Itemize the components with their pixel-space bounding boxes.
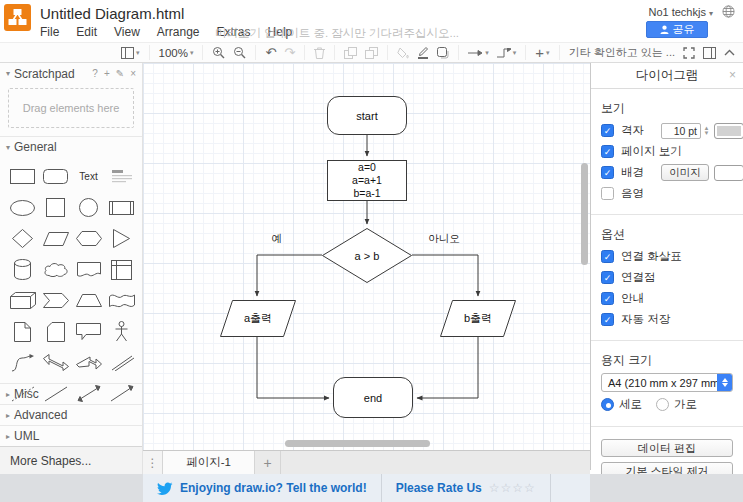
shape-rectangle[interactable] — [6, 161, 39, 192]
edge-outputa-to-end[interactable] — [257, 337, 329, 398]
shape-diamond[interactable] — [6, 223, 39, 254]
line-color-button[interactable] — [417, 46, 429, 59]
format-panel-toggle-icon[interactable] — [703, 47, 716, 59]
advanced-section-header[interactable]: ▸ Advanced — [0, 404, 142, 425]
close-panel-icon[interactable]: × — [729, 68, 736, 82]
shape-text[interactable]: Text — [72, 161, 105, 192]
grid-size-stepper[interactable]: ▲▼ — [702, 123, 711, 139]
add-page-button[interactable]: + — [255, 451, 281, 474]
scratchpad-add-icon[interactable]: + — [104, 68, 110, 79]
landscape-radio[interactable]: 가로 — [656, 397, 697, 412]
node-decision[interactable]: a > b — [322, 228, 412, 283]
scratchpad-dropzone[interactable]: Drag elements here — [8, 88, 134, 128]
undo-button[interactable]: ↶ — [265, 46, 276, 59]
paper-size-select[interactable]: A4 (210 mm x 297 mm) — [601, 373, 733, 392]
shape-process[interactable] — [105, 192, 138, 223]
waypoint-style-button[interactable]: ▾ — [497, 48, 517, 58]
shape-actor[interactable] — [105, 316, 138, 347]
page-view-checkbox[interactable]: ✓ — [601, 145, 614, 158]
grid-checkbox[interactable]: ✓ — [601, 124, 614, 137]
edge-outputb-to-end[interactable] — [417, 337, 478, 398]
connection-style-button[interactable]: ▾ — [468, 49, 489, 57]
background-checkbox[interactable]: ✓ — [601, 166, 614, 179]
background-image-button[interactable]: 이미지 — [661, 164, 709, 181]
shape-trapezoid[interactable] — [72, 285, 105, 316]
shape-square[interactable] — [39, 192, 72, 223]
vertical-scrollbar[interactable] — [581, 163, 588, 265]
shape-ellipse[interactable] — [6, 192, 39, 223]
node-end[interactable]: end — [333, 377, 413, 418]
shape-rounded-rectangle[interactable] — [39, 161, 72, 192]
shape-arrow[interactable] — [72, 347, 105, 378]
shadow-button[interactable] — [437, 47, 449, 59]
shape-bidirectional-arrow[interactable] — [39, 347, 72, 378]
shape-cylinder[interactable] — [6, 254, 39, 285]
edge-decision-no[interactable] — [412, 255, 478, 296]
menu-view[interactable]: View — [114, 25, 140, 39]
horizontal-scrollbar[interactable] — [285, 440, 430, 447]
more-shapes-button[interactable]: More Shapes... — [0, 446, 142, 474]
node-start[interactable]: start — [327, 96, 407, 135]
zoom-out-button[interactable] — [233, 46, 246, 59]
edge-label-no[interactable]: 아니오 — [426, 232, 462, 246]
shape-internal-storage[interactable] — [105, 254, 138, 285]
shape-double-line[interactable] — [105, 347, 138, 378]
view-mode-button[interactable]: ▾ — [121, 47, 140, 59]
grid-size-input[interactable]: 10 pt — [661, 123, 701, 139]
rating-stars-icon[interactable]: ☆☆☆☆ — [489, 481, 536, 495]
portrait-radio[interactable]: 세로 — [601, 397, 642, 412]
shadow-checkbox[interactable] — [601, 187, 614, 200]
shape-step[interactable] — [39, 285, 72, 316]
shape-cube[interactable] — [6, 285, 39, 316]
shape-textbox[interactable] — [105, 161, 138, 192]
to-front-button[interactable] — [344, 47, 357, 59]
general-section-header[interactable]: ▾ General — [0, 136, 142, 157]
scratchpad-edit-icon[interactable]: ✎ — [116, 68, 124, 79]
shape-parallelogram[interactable] — [39, 223, 72, 254]
autosave-checkbox[interactable]: ✓ — [601, 313, 614, 326]
node-output-b[interactable]: b출력 — [440, 300, 516, 337]
zoom-in-button[interactable] — [212, 46, 225, 59]
connection-arrows-checkbox[interactable]: ✓ — [601, 250, 614, 263]
language-globe-icon[interactable] — [722, 5, 735, 21]
redo-button[interactable]: ↷ — [284, 46, 295, 59]
edge-label-yes[interactable]: 예 — [265, 232, 289, 246]
guides-checkbox[interactable]: ✓ — [601, 292, 614, 305]
misc-section-header[interactable]: ▸ Misc — [0, 383, 142, 404]
fill-color-button[interactable] — [397, 47, 409, 59]
shape-tape[interactable] — [105, 285, 138, 316]
edit-data-button[interactable]: 데이터 편집 — [601, 439, 733, 457]
page-tab-1[interactable]: 페이지-1 — [163, 451, 255, 474]
document-title[interactable]: Untitled Diagram.html — [40, 5, 184, 22]
to-back-button[interactable] — [365, 47, 378, 59]
delete-button[interactable] — [314, 47, 325, 59]
scratchpad-close-icon[interactable]: × — [130, 68, 136, 79]
edge-decision-yes[interactable] — [257, 255, 322, 296]
menu-edit[interactable]: Edit — [76, 25, 97, 39]
shape-curve[interactable] — [6, 347, 39, 378]
share-button[interactable]: 공유 — [646, 21, 708, 38]
node-output-a[interactable]: a출력 — [220, 300, 296, 337]
shape-triangle[interactable] — [105, 223, 138, 254]
collapse-chevron-icon[interactable] — [724, 49, 735, 56]
shape-document[interactable] — [72, 254, 105, 285]
scratchpad-section-header[interactable]: ▾ Scratchpad ? + ✎ × — [0, 63, 142, 84]
user-menu[interactable]: No1 techkjs ▾ — [648, 6, 713, 18]
node-process[interactable]: a=0 a=a+1 b=a-1 — [327, 160, 407, 201]
connection-points-checkbox[interactable]: ✓ — [601, 271, 614, 284]
insert-button[interactable]: + ▾ — [535, 45, 549, 60]
shape-cloud[interactable] — [39, 254, 72, 285]
shape-note[interactable] — [6, 316, 39, 347]
shape-circle[interactable] — [72, 192, 105, 223]
scratchpad-help-icon[interactable]: ? — [92, 68, 98, 79]
pages-menu-icon[interactable]: ⋮ — [143, 451, 163, 474]
shape-callout[interactable] — [72, 316, 105, 347]
menu-file[interactable]: File — [40, 25, 59, 39]
shape-hexagon[interactable] — [72, 223, 105, 254]
uml-section-header[interactable]: ▸ UML — [0, 425, 142, 446]
diagram-canvas[interactable]: start a=0 a=a+1 b=a-1 a > b a출력 b출력 end … — [143, 63, 590, 450]
zoom-level-dropdown[interactable]: 100% ▾ — [159, 47, 194, 59]
tweet-link[interactable]: Enjoying draw.io? Tell the world! — [143, 474, 382, 502]
rate-us-link[interactable]: Please Rate Us ☆☆☆☆ — [382, 474, 551, 502]
diagram-tab[interactable]: 다이어그램 × — [591, 63, 743, 89]
